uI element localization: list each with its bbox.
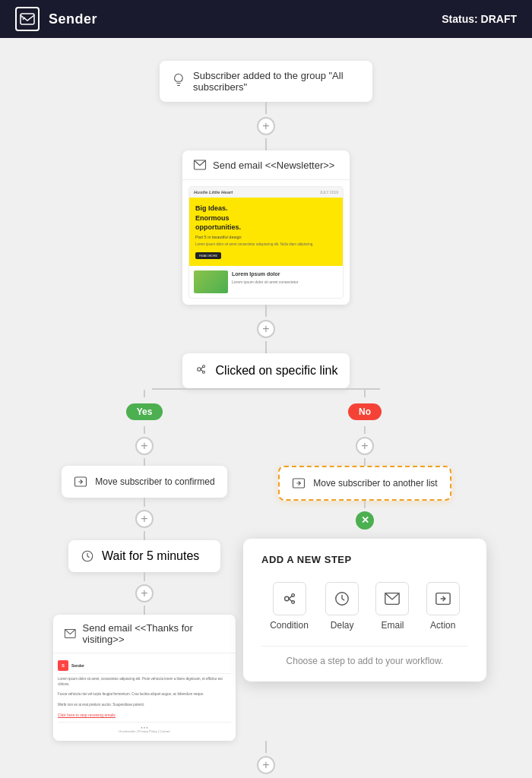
add-step-title: ADD A NEW STEP — [261, 554, 468, 565]
add-step-yes[interactable]: + — [135, 437, 154, 455]
connector-1 — [265, 102, 267, 114]
connector-2 — [265, 138, 267, 150]
status-text: Status: DRAFT — [442, 13, 517, 25]
right-action-label: Move subscriber to another list — [313, 478, 437, 489]
branch-no: No + Move subscriber to another list ✕ A… — [243, 390, 486, 682]
add-step-btn-1[interactable]: + — [257, 117, 275, 135]
yes-badge[interactable]: Yes — [126, 403, 163, 420]
email-step-icon — [375, 582, 409, 615]
left-action-label: Move subscriber to confirmed — [95, 476, 214, 487]
workflow-canvas: Subscriber added to the group "All subsc… — [0, 38, 532, 778]
arrow-right2-icon — [292, 476, 306, 490]
connector-3 — [265, 305, 267, 317]
delay-step-icon — [325, 582, 359, 615]
hero-btn: READ MORE — [195, 252, 221, 259]
logo-icon — [15, 7, 40, 31]
condition-step-label: Condition — [270, 620, 309, 631]
lightbulb-icon — [172, 73, 185, 90]
step-options: Condition Delay — [261, 579, 468, 634]
svg-point-14 — [284, 596, 289, 601]
email1-label: Send email <<Newsletter>> — [213, 160, 334, 171]
email1-preview: Hustle Little Heart JULY 2019 Big Ideas.… — [182, 180, 350, 305]
preview-img — [194, 270, 228, 293]
connector-4 — [265, 341, 267, 353]
wait-node[interactable]: Wait for 5 minutes — [68, 540, 220, 572]
condition-icon — [195, 362, 208, 379]
email1-header: Send email <<Newsletter>> — [182, 150, 350, 180]
header: Sender Status: DRAFT — [0, 0, 532, 38]
email2-label: Send email <<Thanks for visiting>> — [83, 622, 225, 645]
hero-text: Big Ideas. Enormous opportunities. — [195, 204, 337, 232]
mini-brand: Sender — [71, 663, 84, 668]
step-option-condition[interactable]: Condition — [264, 579, 315, 634]
add-step-no[interactable]: + — [356, 437, 374, 455]
step-option-delay[interactable]: Delay — [319, 579, 365, 634]
add-step-btn-2[interactable]: + — [257, 320, 275, 338]
wait-label: Wait for 5 minutes — [102, 549, 199, 563]
email2-link[interactable]: Click here to stop receiving emails — [58, 713, 116, 717]
trigger-node[interactable]: Subscriber added to the group "All subsc… — [160, 61, 372, 102]
email2-preview: S Sender Lorem ipsum dolor sit amet, con… — [53, 653, 236, 741]
move-another-list-node[interactable]: Move subscriber to another list — [278, 466, 451, 501]
branch-yes: Yes + Move subscriber to confirmed + Wai… — [46, 390, 243, 741]
add-step-bottom[interactable]: + — [257, 756, 275, 774]
move-confirmed-node[interactable]: Move subscriber to confirmed — [62, 466, 226, 498]
mini-logo: S — [58, 660, 68, 671]
email-preview-body: Lorem Ipsum dolor Lorem ipsum dolor sit … — [189, 266, 343, 298]
add-step-hint: Choose a step to add to your workflow. — [261, 656, 468, 666]
envelope-icon — [193, 158, 207, 172]
arrow-right-icon — [74, 475, 87, 489]
svg-rect-0 — [21, 14, 34, 24]
email-preview-date: JULY 2019 — [320, 190, 338, 194]
condition-step-icon — [273, 582, 306, 615]
email2-header: Send email <<Thanks for visiting>> — [53, 615, 236, 653]
condition-label: Clicked on specific link — [216, 364, 338, 378]
hero-body: Lorem ipsum dolor sit amet consectetur a… — [195, 242, 337, 246]
email-preview-hero: Big Ideas. Enormous opportunities. Part … — [189, 198, 343, 266]
email2-node[interactable]: Send email <<Thanks for visiting>> S Sen… — [53, 615, 236, 741]
action-step-label: Action — [430, 620, 455, 631]
hero-sub: Part 5 in beautiful design — [195, 235, 337, 239]
clock-icon — [81, 549, 94, 563]
add-step-panel: ADD A NEW STEP — [243, 539, 486, 682]
step-option-email[interactable]: Email — [369, 579, 415, 634]
email-preview-title: Hustle Little Heart — [194, 190, 233, 194]
brand-name: Sender — [49, 11, 97, 27]
delay-step-label: Delay — [331, 620, 354, 631]
add-step-after-wait[interactable]: + — [135, 584, 154, 602]
add-step-after-confirmed[interactable]: + — [135, 510, 154, 528]
email1-node[interactable]: Send email <<Newsletter>> Hustle Little … — [182, 150, 350, 305]
step-option-action[interactable]: Action — [420, 579, 466, 634]
branch-container: Yes + Move subscriber to confirmed + Wai… — [38, 388, 494, 777]
app-container: Sender Status: DRAFT Subscriber added to… — [0, 0, 532, 778]
svg-point-3 — [197, 368, 201, 372]
action-step-icon — [426, 582, 460, 615]
svg-line-17 — [289, 596, 292, 599]
condition-node[interactable]: Clicked on specific link — [182, 353, 350, 388]
divider — [261, 646, 468, 647]
email2-footer: ● ● ● Unsubscribe | Privacy Policy | Con… — [58, 722, 231, 736]
trigger-label: Subscriber added to the group "All subsc… — [193, 70, 360, 93]
no-badge[interactable]: No — [348, 403, 382, 420]
close-btn[interactable]: ✕ — [356, 511, 374, 530]
svg-line-18 — [289, 599, 292, 601]
svg-line-7 — [201, 369, 202, 372]
email2-body: Lorem ipsum dolor sit amet, consectetur … — [58, 674, 231, 722]
email-step-label: Email — [381, 620, 404, 631]
branch-split: Yes + Move subscriber to confirmed + Wai… — [46, 390, 486, 741]
envelope2-icon — [64, 627, 77, 640]
